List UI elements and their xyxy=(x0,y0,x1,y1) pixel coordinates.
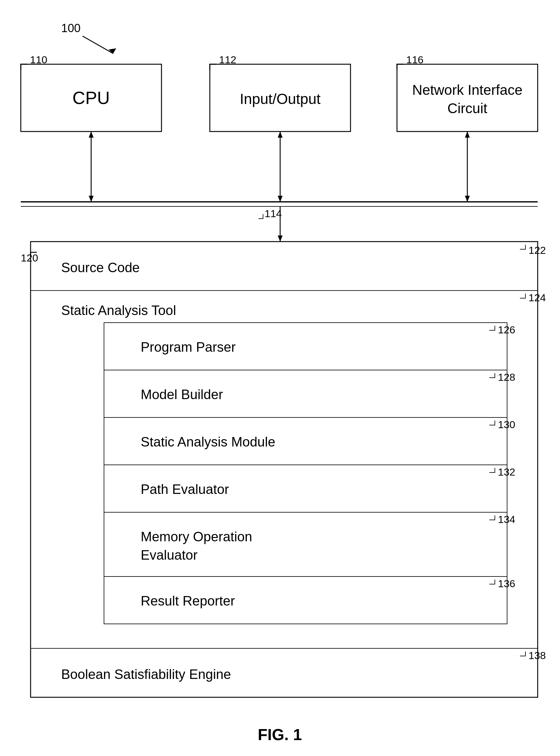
ref-120-label: 120 xyxy=(21,252,38,264)
model-builder-label: Model Builder xyxy=(141,387,223,402)
ref-134-label: 134 xyxy=(498,513,515,525)
ref-128-label: 128 xyxy=(498,371,515,383)
program-parser-label: Program Parser xyxy=(141,340,236,354)
svg-marker-13 xyxy=(465,196,470,202)
ref-100-label: 100 xyxy=(61,22,80,35)
ref-126-label: 126 xyxy=(498,324,515,335)
svg-marker-6 xyxy=(89,131,94,138)
static-analysis-module-label: Static Analysis Module xyxy=(141,434,275,449)
source-code-label: Source Code xyxy=(61,260,140,275)
ref-124-label: 124 xyxy=(528,292,546,303)
svg-marker-9 xyxy=(278,131,283,138)
io-label: Input/Output xyxy=(240,91,321,107)
svg-marker-12 xyxy=(465,131,470,138)
svg-rect-4 xyxy=(397,64,538,131)
svg-marker-10 xyxy=(278,196,283,202)
svg-line-0 xyxy=(83,36,113,54)
ref-132-label: 132 xyxy=(498,466,515,478)
svg-marker-7 xyxy=(89,196,94,202)
memory-op-eval-label-line2: Evaluator xyxy=(141,547,198,563)
ref-138-label: 138 xyxy=(528,650,546,661)
ref-114-label: 114 xyxy=(264,208,282,219)
static-analysis-tool-label: Static Analysis Tool xyxy=(61,303,176,318)
fig-label: FIG. 1 xyxy=(258,726,302,743)
memory-op-eval-label-line1: Memory Operation xyxy=(141,529,252,544)
boolean-sat-label: Boolean Satisfiability Engine xyxy=(61,667,231,682)
nic-label-line2: Circuit xyxy=(447,100,487,116)
ref-116-label: 116 xyxy=(406,54,424,65)
diagram-container: 100 110 CPU 112 Input/Output 116 Network… xyxy=(0,0,560,756)
svg-rect-20 xyxy=(31,290,538,648)
ref-112-label: 112 xyxy=(219,54,236,65)
ref-136-label: 136 xyxy=(498,578,515,589)
nic-label-line1: Network Interface xyxy=(412,82,522,98)
cpu-label: CPU xyxy=(73,88,110,108)
result-reporter-label: Result Reporter xyxy=(141,593,235,608)
svg-marker-17 xyxy=(278,236,283,242)
svg-marker-1 xyxy=(108,48,116,54)
path-evaluator-label: Path Evaluator xyxy=(141,482,229,497)
svg-rect-25 xyxy=(104,512,507,576)
ref-130-label: 130 xyxy=(498,419,515,430)
ref-122-label: 122 xyxy=(528,244,546,256)
ref-110-label: 110 xyxy=(30,54,47,65)
